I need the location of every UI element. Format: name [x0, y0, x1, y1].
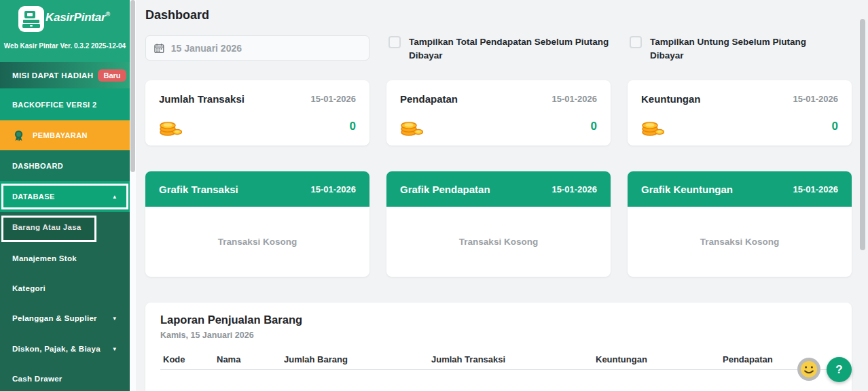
stat-date: 15-01-2026 — [793, 94, 839, 104]
highlight-box-barang-atau-jasa — [1, 216, 96, 242]
sidebar-scrollbar[interactable] — [130, 0, 136, 391]
chart-empty-state: Transaksi Kosong — [145, 207, 369, 277]
sidebar-item-label: Pelanggan & Supplier — [12, 314, 97, 322]
calendar-icon — [154, 43, 164, 54]
chart-empty-state: Transaksi Kosong — [386, 207, 611, 277]
report-subtitle: Kamis, 15 Januari 2026 — [160, 330, 254, 340]
page-scrollbar-thumb[interactable] — [860, 19, 865, 250]
column-header-pendapatan: Pendapatan — [723, 354, 773, 364]
stat-card-keuntungan: Keuntungan 15-01-2026 0 — [628, 80, 852, 146]
medal-icon — [14, 130, 24, 141]
help-button[interactable]: ? — [827, 357, 852, 382]
stat-value: 0 — [832, 120, 838, 133]
report-table-header: Kode Nama Jumlah Barang Jumlah Transaksi… — [145, 354, 852, 368]
chart-card-grafik-keuntungan: Grafik Keuntungan 15-01-2026 Transaksi K… — [628, 171, 852, 277]
stat-card-jumlah-transaksi: Jumlah Transaksi 15-01-2026 0 — [145, 80, 369, 146]
date-picker-input[interactable] — [145, 35, 369, 61]
stat-card-pendapatan: Pendapatan 15-01-2026 0 — [386, 80, 611, 146]
page-title: Dashboard — [145, 8, 209, 22]
stat-title: Keuntungan — [641, 93, 701, 105]
sidebar-item-label: MISI DAPAT HADIAH — [12, 71, 93, 80]
checkbox-group-untung: Tampilkan Untung Sebelum Piutang Dibayar — [630, 35, 840, 63]
new-badge: Baru — [98, 69, 126, 82]
stat-value: 0 — [591, 120, 597, 133]
chart-title: Grafik Keuntungan — [641, 184, 733, 195]
stat-title: Pendapatan — [400, 93, 458, 105]
app-version: Web Kasir Pintar Ver. 0.3.2 2025-12-04 — [0, 42, 130, 50]
chart-card-header: Grafik Pendapatan 15-01-2026 — [386, 171, 611, 207]
highlight-box-database — [1, 184, 128, 209]
coins-icon — [641, 116, 664, 136]
sidebar-scrollbar-thumb[interactable] — [130, 0, 135, 172]
brand-name: KasirPintar® — [46, 11, 110, 24]
cash-register-logo-icon — [18, 6, 44, 32]
sidebar-item-label: PEMBAYARAN — [33, 131, 88, 139]
sales-report-card: Laporan Penjualan Barang Kamis, 15 Janua… — [145, 303, 852, 391]
chart-card-header: Grafik Keuntungan 15-01-2026 — [628, 171, 852, 207]
sidebar-item-dashboard[interactable]: DASHBOARD — [0, 150, 130, 181]
report-title: Laporan Penjualan Barang — [160, 313, 302, 326]
chart-date: 15-01-2026 — [793, 184, 839, 194]
chart-title: Grafik Transaksi — [159, 184, 238, 195]
sidebar-item-pelanggan-supplier[interactable]: Pelanggan & Supplier ▼ — [0, 303, 130, 333]
sidebar-item-kategori[interactable]: Kategori — [0, 273, 130, 303]
question-mark-icon: ? — [835, 363, 842, 377]
column-header-keuntungan: Keuntungan — [596, 354, 647, 364]
chart-title: Grafik Pendapatan — [400, 184, 490, 195]
sidebar-item-label: Cash Drawer — [12, 375, 62, 383]
stat-value: 0 — [350, 120, 356, 133]
caret-down-icon: ▼ — [112, 346, 117, 352]
chart-date: 15-01-2026 — [311, 184, 357, 194]
column-header-jumlah-transaksi: Jumlah Transaksi — [431, 354, 505, 364]
column-header-nama: Nama — [217, 354, 240, 364]
registered-mark: ® — [106, 11, 110, 18]
chart-card-grafik-pendapatan: Grafik Pendapatan 15-01-2026 Transaksi K… — [386, 171, 611, 277]
brand-header[interactable]: KasirPintar® Web Kasir Pintar Ver. 0.3.2… — [0, 0, 130, 62]
checkbox-group-pendapatan: Tampilkan Total Pendapatan Sebelum Piuta… — [388, 35, 613, 63]
chart-empty-state: Transaksi Kosong — [628, 207, 852, 277]
chart-card-header: Grafik Transaksi 15-01-2026 — [145, 171, 369, 207]
page-scrollbar[interactable] — [859, 0, 866, 391]
checkbox-label: Tampilkan Total Pendapatan Sebelum Piuta… — [409, 35, 613, 63]
sidebar-item-backoffice[interactable]: BACKOFFICE VERSI 2 — [0, 88, 130, 120]
coins-icon — [159, 116, 182, 136]
smiley-icon — [800, 360, 818, 378]
sidebar-item-label: Diskon, Pajak, & Biaya — [12, 345, 101, 353]
sidebar-item-label: Kategori — [12, 284, 46, 292]
column-header-jumlah-barang: Jumlah Barang — [284, 354, 348, 364]
stat-date: 15-01-2026 — [552, 94, 598, 104]
checkbox-tampilkan-pendapatan[interactable] — [388, 36, 401, 48]
chart-card-grafik-transaksi: Grafik Transaksi 15-01-2026 Transaksi Ko… — [145, 171, 369, 277]
sidebar-item-misi-dapat-hadiah[interactable]: MISI DAPAT HADIAH Baru — [0, 62, 130, 88]
caret-down-icon: ▼ — [112, 316, 117, 322]
sidebar-item-label: Manajemen Stok — [12, 254, 77, 262]
sidebar-item-label: BACKOFFICE VERSI 2 — [12, 101, 97, 109]
table-header-divider — [160, 369, 845, 370]
chart-date: 15-01-2026 — [552, 184, 598, 194]
stat-date: 15-01-2026 — [311, 94, 357, 104]
sidebar-item-diskon-pajak-biaya[interactable]: Diskon, Pajak, & Biaya ▼ — [0, 334, 130, 364]
sidebar: KasirPintar® Web Kasir Pintar Ver. 0.3.2… — [0, 0, 130, 391]
column-header-kode: Kode — [163, 354, 185, 364]
date-field[interactable] — [171, 43, 361, 54]
main-content: Dashboard Tampilkan Total Pendapatan Seb… — [136, 0, 868, 391]
sidebar-item-cash-drawer[interactable]: Cash Drawer — [0, 364, 130, 391]
feedback-button[interactable] — [797, 358, 820, 381]
sidebar-item-manajemen-stok[interactable]: Manajemen Stok — [0, 243, 130, 273]
sidebar-item-pembayaran[interactable]: PEMBAYARAN — [0, 120, 130, 150]
checkbox-tampilkan-untung[interactable] — [630, 36, 642, 48]
coins-icon — [400, 116, 423, 136]
checkbox-label: Tampilkan Untung Sebelum Piutang Dibayar — [650, 35, 840, 63]
stat-title: Jumlah Transaksi — [159, 93, 245, 105]
sidebar-item-label: DASHBOARD — [12, 162, 63, 170]
